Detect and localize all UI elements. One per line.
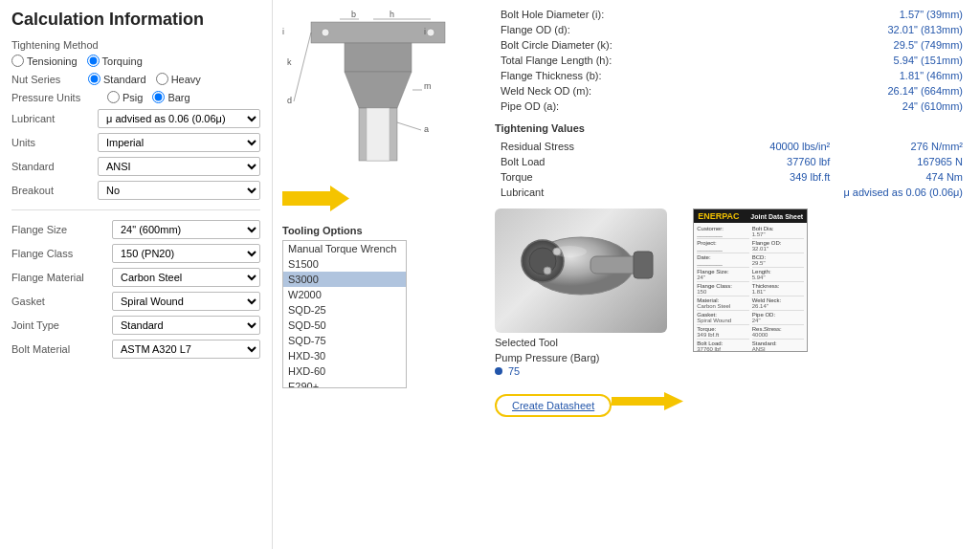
- gasket-select[interactable]: Spiral Wound: [112, 292, 260, 311]
- psig-label[interactable]: Psig: [107, 91, 143, 103]
- heavy-nut-radio[interactable]: [156, 73, 168, 85]
- svg-point-23: [529, 248, 556, 274]
- joint-type-select[interactable]: Standard: [112, 316, 260, 335]
- ds-row-r6: Weld Neck:26.14": [752, 296, 805, 311]
- ds-row-r2: Flange OD:32.01": [752, 239, 805, 253]
- tensioning-radio-label[interactable]: Tensioning: [11, 55, 78, 67]
- standard-nut-radio[interactable]: [88, 73, 100, 85]
- tool-item-sqd25[interactable]: SQD-25: [283, 302, 406, 318]
- svg-point-28: [552, 246, 587, 257]
- svg-marker-20: [282, 186, 349, 211]
- tightening-section: Tightening Values Residual Stress 40000 …: [495, 122, 969, 201]
- flange-material-select[interactable]: Carbon Steel: [112, 268, 260, 287]
- flange-size-label: Flange Size: [11, 224, 112, 235]
- flange-material-row: Flange Material Carbon Steel: [11, 268, 260, 287]
- lubricant-label: Lubricant: [11, 113, 98, 124]
- units-label: Units: [11, 137, 98, 148]
- ds-row-2: Project:________: [697, 239, 749, 253]
- pressure-units-label: Pressure Units: [11, 92, 98, 103]
- bolt-material-select[interactable]: ASTM A320 L7: [112, 340, 260, 359]
- flange-size-select[interactable]: 24" (600mm): [112, 220, 260, 239]
- bottom-row: Create Datasheet: [495, 384, 683, 417]
- flange-class-row: Flange Class 150 (PN20): [11, 244, 260, 263]
- tightening-torque: Torque 349 lbf.ft 474 Nm: [497, 170, 967, 184]
- spec-pipe-od-value: 24" (610mm): [756, 99, 967, 113]
- tool-item-manual[interactable]: Manual Torque Wrench: [283, 241, 406, 256]
- left-panel: Calculation Information Tightening Metho…: [0, 0, 273, 549]
- tool-item-s3000[interactable]: S3000: [283, 272, 406, 287]
- tool-item-s1500[interactable]: S1500: [283, 256, 406, 272]
- nut-series-label: Nut Series: [11, 74, 78, 85]
- arrow-right-icon: [612, 389, 683, 413]
- create-datasheet-button[interactable]: Create Datasheet: [495, 394, 612, 417]
- ds-row-9: Bolt Load:37760 lbf: [697, 340, 749, 352]
- heavy-nut-label[interactable]: Heavy: [156, 73, 201, 85]
- svg-point-27: [544, 267, 551, 274]
- svg-rect-8: [367, 108, 390, 161]
- spec-pipe-od-label: Pipe OD (a):: [497, 99, 754, 113]
- torque-val1: 349 lbf.ft: [685, 170, 835, 184]
- tooling-list[interactable]: Manual Torque Wrench S1500 S3000 W2000 S…: [282, 240, 407, 388]
- flange-size-row: Flange Size 24" (600mm): [11, 220, 260, 239]
- flange-class-select[interactable]: 150 (PN20): [112, 244, 260, 263]
- svg-rect-5: [345, 43, 412, 72]
- yellow-arrow-icon: [282, 182, 349, 215]
- svg-marker-6: [345, 72, 412, 108]
- datasheet-header: ENERPAC Joint Data Sheet: [694, 209, 807, 223]
- pump-pressure-label: Pump Pressure (Barg): [495, 352, 599, 363]
- svg-text:i: i: [424, 27, 426, 36]
- psig-radio[interactable]: [107, 91, 120, 103]
- torquing-radio[interactable]: [87, 55, 100, 67]
- gasket-row: Gasket Spiral Wound: [11, 292, 260, 311]
- flange-class-label: Flange Class: [11, 248, 112, 259]
- tool-item-sqd75[interactable]: SQD-75: [283, 333, 406, 348]
- tool-item-sqd50[interactable]: SQD-50: [283, 318, 406, 333]
- tensioning-radio[interactable]: [11, 55, 24, 67]
- svg-text:b: b: [351, 10, 356, 19]
- tool-item-w2000[interactable]: W2000: [283, 287, 406, 302]
- spec-weld-neck: Weld Neck OD (m): 26.14" (664mm): [497, 84, 967, 98]
- lubricant-select[interactable]: μ advised as 0.06 (0.06μ): [98, 109, 260, 128]
- ds-row-r9: Standard:ANSI: [752, 340, 805, 352]
- tightening-residual: Residual Stress 40000 lbs/in² 276 N/mm²: [497, 140, 967, 153]
- spec-bolt-circle-value: 29.5" (749mm): [756, 38, 967, 52]
- svg-text:k: k: [287, 57, 292, 67]
- standard-select[interactable]: ANSI: [98, 157, 260, 176]
- barg-radio[interactable]: [152, 91, 165, 103]
- ds-row-r5: Thickness:1.81": [752, 282, 805, 296]
- barg-label[interactable]: Barg: [152, 91, 189, 103]
- svg-line-14: [294, 33, 311, 101]
- standard-nut-label[interactable]: Standard: [88, 73, 146, 85]
- standard-label: Standard: [11, 161, 98, 172]
- datasheet-preview: ENERPAC Joint Data Sheet Customer:______…: [693, 209, 808, 352]
- spec-flange-od: Flange OD (d): 32.01" (813mm): [497, 23, 967, 36]
- svg-marker-29: [612, 392, 683, 410]
- bolt-load-val2: 167965 N: [835, 155, 967, 168]
- tightening-method-group: Tensioning Torquing: [11, 55, 260, 67]
- breakout-label: Breakout: [11, 185, 98, 196]
- ds-row-8: Torque:349 lbf.ft: [697, 325, 749, 340]
- spec-flange-length: Total Flange Length (h): 5.94" (151mm): [497, 54, 967, 67]
- bullet-icon: [495, 367, 502, 375]
- ds-row-7: Gasket:Spiral Wound: [697, 311, 749, 325]
- tool-item-hxd30[interactable]: HXD-30: [283, 348, 406, 363]
- spec-flange-length-value: 5.94" (151mm): [756, 54, 967, 67]
- pump-pressure-value: 75: [508, 365, 520, 377]
- tightening-lubricant: Lubricant μ advised as 0.06 (0.06μ): [497, 186, 967, 199]
- pump-pressure: Pump Pressure (Barg): [495, 352, 683, 363]
- tool-item-e290[interactable]: E290+: [283, 379, 406, 388]
- pump-value-row: 75: [495, 365, 683, 377]
- middle-panel: b h m d: [273, 0, 483, 549]
- tightening-method-label: Tightening Method: [11, 39, 260, 51]
- datasheet-content: Customer:________ Project:________ Date:…: [694, 223, 807, 352]
- lubricant-row: Lubricant μ advised as 0.06 (0.06μ): [11, 109, 260, 128]
- ds-col-right: Bolt Dia:1.57" Flange OD:32.01" BCD:29.5…: [752, 225, 805, 352]
- tool-image: [495, 209, 667, 333]
- lubricant-tight-label: Lubricant: [497, 186, 683, 199]
- breakout-select[interactable]: No: [98, 181, 260, 200]
- torque-label: Torque: [497, 170, 683, 184]
- units-select[interactable]: Imperial: [98, 133, 260, 152]
- tool-item-hxd60[interactable]: HXD-60: [283, 363, 406, 379]
- torquing-radio-label[interactable]: Torquing: [87, 55, 143, 67]
- tightening-title: Tightening Values: [495, 122, 969, 134]
